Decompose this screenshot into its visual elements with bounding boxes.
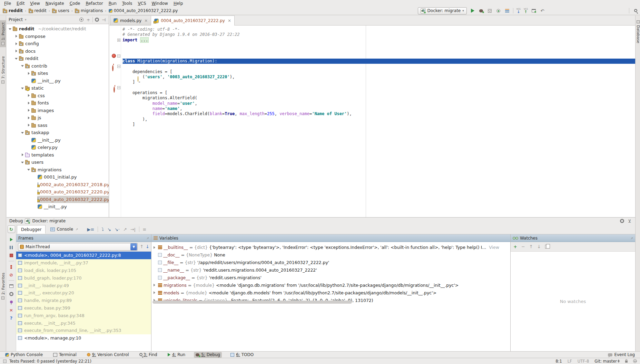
frame-row[interactable]: run_from_argv, base.py:348	[16, 312, 151, 319]
toolwindow-button-python-console[interactable]: Python Console	[3, 352, 45, 358]
tree-item-contrib[interactable]: contrib	[7, 62, 109, 70]
frame-row[interactable]: execute_from_command_line, __init__.py:3…	[16, 327, 151, 334]
search-everywhere-button[interactable]	[632, 8, 638, 13]
tree-item-0003-auto-20160327-2220-py[interactable]: 0003_auto_20160327_2220.py	[7, 188, 109, 196]
pause-button[interactable]	[9, 245, 14, 250]
toolwindow-button-3-find[interactable]: 3: Find	[138, 352, 159, 358]
settings-button[interactable]	[9, 291, 14, 297]
settings-button[interactable]	[94, 17, 100, 22]
hector-inspector-icon[interactable]	[633, 359, 637, 363]
encoding-indicator[interactable]: UTF-8	[578, 359, 589, 364]
tree-expand-arrow[interactable]	[27, 93, 31, 98]
settings-button[interactable]	[619, 218, 625, 224]
stripe-tab-structure[interactable]: 7: Structure	[0, 54, 6, 85]
toolwindow-button-event-log[interactable]: Event Log	[606, 352, 637, 358]
step-into-button[interactable]: ↘	[107, 227, 111, 232]
variable-row[interactable]: migrations = {module} <module 'django.db…	[151, 281, 510, 289]
frame-row[interactable]: handle, migrate.py:89	[16, 297, 151, 304]
vcs-update-button[interactable]: VCS↓	[516, 8, 521, 14]
menu-item-vcs[interactable]: VCS	[135, 1, 149, 6]
menu-item-navigate[interactable]: Navigate	[43, 1, 67, 6]
step-out-button[interactable]: ↗	[123, 227, 127, 232]
tree-item--init-py[interactable]: __init__.py	[7, 203, 109, 211]
horizontal-scrollbar[interactable]	[152, 301, 352, 304]
tree-expand-arrow[interactable]	[20, 160, 25, 165]
run-to-cursor-button[interactable]: →ǀ	[130, 227, 136, 232]
breadcrumb-item[interactable]: migrations	[74, 8, 104, 13]
menu-item-file[interactable]: File	[1, 1, 14, 6]
tree-item-sass[interactable]: sass	[7, 122, 109, 129]
tree-expand-arrow[interactable]	[20, 63, 25, 69]
run-configuration-select[interactable]: dj Docker: migrate ▾	[418, 7, 467, 14]
breadcrumb-item[interactable]: reddit	[2, 8, 23, 13]
toolwindow-button-4-run[interactable]: 4: Run	[166, 352, 187, 358]
frame-row[interactable]: import_module, __init__.py:37	[16, 259, 151, 267]
chevron-down-icon[interactable]: ▾	[25, 18, 27, 21]
tree-expand-arrow[interactable]	[20, 85, 25, 91]
variable-row[interactable]: __name__ = {str} 'reddit.users.migration…	[151, 266, 510, 274]
tree-item-0001-initial-py[interactable]: 0001_initial.py	[7, 173, 109, 181]
tree-item-fonts[interactable]: fonts	[7, 99, 109, 107]
tree-item-images[interactable]: images	[7, 107, 109, 114]
hide-panel-button[interactable]: ⊣	[101, 17, 107, 22]
code-editor[interactable]: +−−− # -*- coding: utf-8 -*-# Generated …	[109, 26, 635, 217]
force-step-into-button[interactable]: ↘·	[115, 227, 120, 232]
next-frame-button[interactable]: ↓	[146, 244, 149, 249]
toolwindow-button-9-version-control[interactable]: 9: Version Control	[85, 352, 131, 358]
rollback-button[interactable]: ↶	[540, 8, 545, 13]
fold-plus-icon[interactable]: +	[117, 39, 120, 42]
local-changes-button[interactable]	[531, 8, 536, 13]
close-tab-icon[interactable]: ×	[144, 18, 148, 23]
view-options-button[interactable]: ≡	[143, 227, 147, 232]
variable-row[interactable]: __doc__ = {NoneType} None	[151, 251, 510, 259]
resume-button[interactable]	[9, 237, 14, 242]
tree-item-js[interactable]: js	[7, 114, 109, 122]
expand-arrow-icon[interactable]	[153, 291, 157, 295]
mute-breakpoints-button[interactable]: ⊘	[9, 272, 14, 277]
expand-arrow-icon[interactable]	[153, 245, 157, 250]
editor-tab[interactable]: 0004_auto_20160327_2222.py×	[151, 16, 235, 26]
toolwindow-button-5-debug[interactable]: 5: Debug	[194, 352, 222, 358]
help-button[interactable]: ?	[9, 315, 14, 321]
tree-item-taskapp[interactable]: taskapp	[7, 129, 109, 136]
profiler-button[interactable]	[496, 8, 501, 13]
menu-item-window[interactable]: Window	[149, 1, 171, 6]
breakpoint-icon[interactable]	[112, 54, 116, 58]
tree-expand-arrow[interactable]	[14, 33, 19, 39]
tree-item--init-py[interactable]: __init__.py	[7, 136, 109, 144]
editor-code-area[interactable]: # -*- coding: utf-8 -*-# Generated by Dj…	[121, 26, 635, 217]
tree-item-templates[interactable]: templates	[7, 151, 109, 159]
view-value-link[interactable]: View	[489, 245, 499, 250]
close-tab-icon[interactable]: ×	[228, 18, 231, 23]
add-watch-button[interactable]: +	[513, 244, 517, 249]
toolwindow-button-6-todo[interactable]: 6: TODO	[229, 352, 255, 358]
tree-item-css[interactable]: css	[7, 92, 109, 100]
stripe-tab-favorites[interactable]: 2: Favorites	[0, 271, 6, 302]
tree-item-reddit[interactable]: reddit~/cookiecutter/reddit	[7, 25, 109, 33]
menu-item-run[interactable]: Run	[106, 1, 119, 6]
toolwindow-button-terminal[interactable]: Terminal	[51, 352, 78, 358]
stripe-tab-database[interactable]: Database	[636, 18, 640, 46]
remove-watch-button[interactable]: −	[521, 244, 525, 249]
tree-expand-arrow[interactable]	[20, 152, 25, 158]
run-button[interactable]	[470, 8, 475, 13]
breadcrumb-item[interactable]: users	[51, 8, 70, 13]
restore-layout-button[interactable]	[9, 283, 14, 289]
frame-row[interactable]: __init__, loader.py:49	[16, 282, 151, 289]
tree-expand-arrow[interactable]	[14, 41, 19, 47]
move-watch-up-button[interactable]: ↑	[529, 244, 533, 249]
tree-item-config[interactable]: config	[7, 40, 109, 48]
tree-item-reddit[interactable]: reddit	[7, 55, 109, 62]
tree-item-sites[interactable]: sites	[7, 70, 109, 77]
lock-icon[interactable]	[625, 361, 628, 363]
thread-dropdown-button[interactable]: ▼	[130, 243, 137, 250]
menu-item-view[interactable]: View	[27, 1, 42, 6]
tree-expand-arrow[interactable]	[27, 122, 31, 128]
tab-debugger[interactable]: Debugger	[17, 225, 46, 234]
rerun-button[interactable]: ↻	[8, 225, 15, 233]
tree-expand-arrow[interactable]	[14, 48, 19, 54]
coverage-button[interactable]	[487, 8, 493, 13]
tree-item-0004-auto-20160327-2222-py[interactable]: 0004_auto_20160327_2222.py	[7, 196, 109, 203]
build-view-button[interactable]	[504, 8, 510, 13]
editor-tab[interactable]: models.py×	[110, 16, 151, 25]
